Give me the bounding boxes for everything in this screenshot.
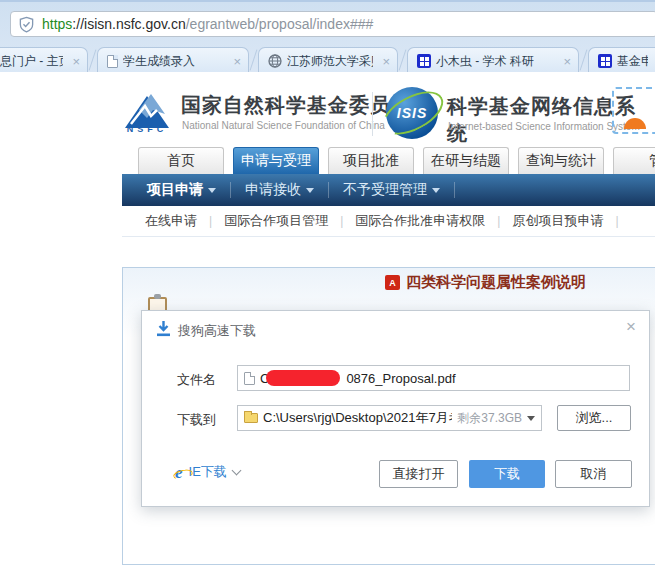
dialog-title: 搜狗高速下载 (178, 322, 256, 340)
user-login-box[interactable] (612, 87, 655, 134)
filename-input[interactable]: C 0876_Proposal.pdf (237, 365, 630, 391)
link-separator: | (615, 214, 618, 228)
browser-tab-portal[interactable]: 息门户 - 主页 × (0, 47, 88, 74)
nav-tab-query[interactable]: 查询与统计 (518, 147, 604, 174)
ie-icon: e (175, 464, 183, 481)
web-page: NSFC 国家自然科学基金委员会 National Natural Scienc… (0, 72, 655, 565)
browser-tab-procurement[interactable]: 江苏师范大学采购管 × (258, 47, 398, 74)
dropdown-caret-icon (527, 416, 535, 421)
tab-close-icon[interactable]: × (68, 54, 80, 69)
redaction-block (266, 370, 340, 386)
tab-separator (249, 49, 258, 71)
chevron-down-icon (432, 188, 440, 193)
chevron-down-icon (306, 188, 314, 193)
browser-tab-fund-apply[interactable]: 基金申请 (588, 47, 655, 74)
tab-separator (398, 49, 407, 71)
subnav-apply-receive[interactable]: 申请接收 (231, 181, 328, 199)
link-original-preapply[interactable]: 原创项目预申请 (500, 212, 615, 230)
tab-bar: 息门户 - 主页 × 学生成绩录入 × 江苏师范大学采购管 × (0, 46, 655, 74)
link-intl-coop-permission[interactable]: 国际合作批准申请权限 (343, 212, 497, 230)
user-avatar-icon (624, 118, 646, 129)
saveto-label: 下载到 (177, 411, 216, 429)
link-online-apply[interactable]: 在线申请 (133, 212, 209, 230)
header-divider (372, 92, 373, 136)
subnav-label: 申请接收 (245, 181, 301, 199)
free-space-text: 剩余37.3GB (457, 410, 522, 427)
saveto-dropdown[interactable]: C:\Users\rjg\Desktop\2021年7月考试 剩余37.3GB (237, 405, 542, 431)
url-host: ://isisn.nsfc.gov.cn (72, 16, 185, 32)
saveto-path: C:\Users\rjg\Desktop\2021年7月考试 (263, 409, 452, 427)
nsfc-subtitle: National Natural Science Foundation of C… (182, 120, 385, 131)
isis-subtitle: Internet-based Science Information Syste… (448, 121, 640, 132)
isis-logo-letters: ISIS (397, 105, 427, 121)
open-directly-button[interactable]: 直接打开 (379, 460, 458, 488)
ie-download-label: IE下载 (189, 463, 227, 481)
tab-close-icon[interactable]: × (229, 54, 241, 69)
url-scheme: https (42, 16, 72, 32)
subnav-label: 不予受理管理 (343, 181, 427, 199)
pdf-help-link-row[interactable]: A 四类科学问题属性案例说明 (385, 273, 586, 292)
ie-download-toggle[interactable]: e IE下载 (175, 463, 240, 481)
subnav-project-apply[interactable]: 项目申请 (133, 181, 230, 199)
link-intl-coop-manage[interactable]: 国际合作项目管理 (212, 212, 340, 230)
file-icon (244, 372, 255, 385)
isis-logo: ISIS (386, 87, 438, 139)
tab-separator (88, 49, 97, 71)
browser-tab-muchong[interactable]: 小木虫 - 学术 科研 × (407, 47, 579, 74)
tab-title: 学生成绩录入 (123, 53, 195, 70)
nav-tab-manage[interactable]: 管 (613, 147, 655, 174)
subnav-separator (454, 182, 455, 198)
chevron-down-icon (208, 188, 216, 193)
tab-close-icon[interactable]: × (378, 54, 390, 69)
browser-tab-grades[interactable]: 学生成绩录入 × (97, 47, 249, 74)
chevron-down-icon (231, 465, 241, 475)
tab-separator (579, 49, 588, 71)
filename-label: 文件名 (177, 371, 216, 389)
browser-chrome: https://isisn.nsfc.gov.cn/egrantweb/prop… (0, 0, 655, 72)
dialog-close-icon[interactable]: × (626, 318, 636, 335)
main-nav: 首页 申请与受理 项目批准 在研与结题 查询与统计 管 (138, 147, 655, 174)
nav-tab-apply[interactable]: 申请与受理 (233, 147, 319, 174)
nav-tab-home[interactable]: 首页 (138, 147, 224, 174)
cancel-button[interactable]: 取消 (555, 460, 632, 488)
page-icon (107, 55, 118, 68)
tab-title: 江苏师范大学采购管 (287, 53, 373, 70)
tab-title: 息门户 - 主页 (0, 53, 63, 70)
download-button[interactable]: 下载 (469, 460, 545, 488)
download-icon (155, 320, 172, 337)
nav-tab-approval[interactable]: 项目批准 (328, 147, 414, 174)
subnav-label: 项目申请 (147, 181, 203, 199)
tab-close-icon[interactable]: × (559, 54, 571, 69)
download-dialog: 搜狗高速下载 × 文件名 C 0876_Proposal.pdf 下载到 C:\… (141, 310, 650, 507)
link-bar: 在线申请 | 国际合作项目管理 | 国际合作批准申请权限 | 原创项目预申请 | (122, 206, 655, 237)
security-shield-icon (18, 16, 35, 33)
sub-nav-bar: 项目申请 申请接收 不予受理管理 (122, 174, 655, 206)
subnav-rejection-manage[interactable]: 不予受理管理 (329, 181, 454, 199)
filename-text: 0876_Proposal.pdf (346, 371, 455, 386)
browse-button[interactable]: 浏览... (557, 405, 631, 431)
tab-title: 小木虫 - 学术 科研 (436, 53, 534, 70)
nav-tab-ongoing[interactable]: 在研与结题 (423, 147, 509, 174)
url-path: /egrantweb/proposal/index### (186, 16, 374, 32)
pdf-file-icon: A (385, 275, 400, 290)
tab-title: 基金申请 (617, 53, 648, 70)
browser-window: https://isisn.nsfc.gov.cn/egrantweb/prop… (0, 0, 655, 565)
address-bar[interactable]: https://isisn.nsfc.gov.cn/egrantweb/prop… (10, 11, 655, 37)
nsfc-title: 国家自然科学基金委员会 (181, 92, 412, 119)
app-blue-icon (598, 54, 612, 68)
globe-icon (268, 54, 282, 68)
pdf-help-link[interactable]: 四类科学问题属性案例说明 (406, 273, 586, 292)
app-blue-icon (417, 54, 431, 68)
nsfc-logo-letters: NSFC (117, 124, 177, 134)
folder-icon (244, 413, 258, 423)
